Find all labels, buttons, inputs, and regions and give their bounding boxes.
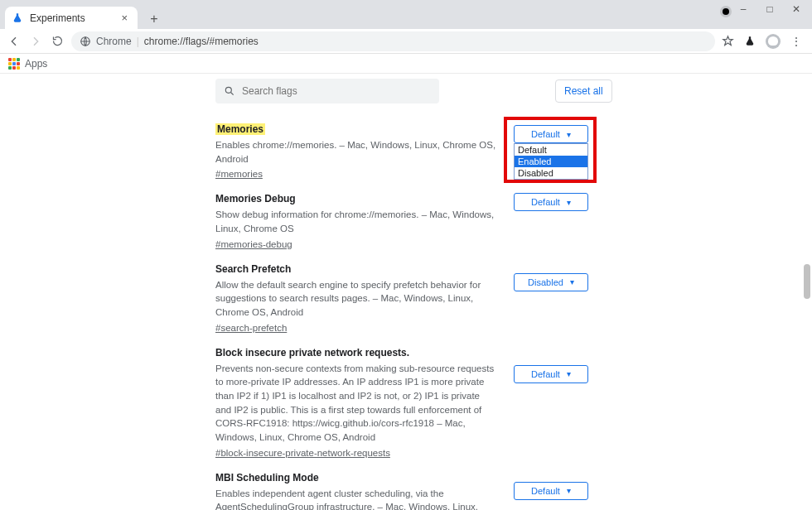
flag-description: Enables independent agent cluster schedu… [215, 487, 497, 510]
flag-memories: Memories Enables chrome://memories. – Ma… [215, 112, 588, 181]
flag-search-prefetch: Search Prefetch Allow the default search… [215, 252, 588, 335]
apps-label[interactable]: Apps [25, 58, 47, 70]
bookmark-star-icon[interactable] [722, 35, 734, 47]
flag-block-insecure: Block insecure private network requests.… [215, 335, 588, 460]
apps-grid-icon[interactable] [8, 58, 20, 70]
url-text: chrome://flags/#memories [144, 36, 259, 47]
chevron-down-icon: ▾ [567, 198, 571, 207]
search-flags-input[interactable] [242, 85, 431, 97]
flag-anchor-link[interactable]: #search-prefetch [215, 323, 287, 333]
close-window-button[interactable]: ✕ [790, 3, 802, 15]
svg-line-2 [231, 93, 234, 95]
url-separator: | [137, 36, 139, 47]
browser-toolbar: Chrome | chrome://flags/#memories ⋮ [0, 29, 812, 54]
chevron-down-icon: ▾ [567, 130, 571, 139]
dropdown-option-disabled[interactable]: Disabled [515, 167, 587, 179]
chevron-down-icon: ▾ [570, 277, 574, 286]
flag-select-block-insecure[interactable]: Default▾ [514, 365, 588, 383]
flag-select-mbi[interactable]: Default▾ [514, 482, 588, 500]
chevron-down-icon: ▾ [567, 369, 571, 378]
dropdown-option-default[interactable]: Default [515, 144, 587, 156]
flag-mbi-mode: MBI Scheduling Mode Enables independent … [215, 460, 588, 510]
flag-anchor-link[interactable]: #memories-debug [215, 239, 292, 249]
flag-select-dropdown: Default Enabled Disabled [514, 143, 588, 180]
flag-select-memories-debug[interactable]: Default▾ [514, 193, 588, 211]
minimize-button[interactable]: – [737, 3, 749, 15]
flag-title: Memories [215, 123, 265, 135]
tab-experiments[interactable]: Experiments × [5, 7, 138, 29]
flag-title: Block insecure private network requests. [215, 347, 588, 358]
svg-point-1 [225, 87, 231, 93]
flag-anchor-link[interactable]: #memories [215, 169, 263, 179]
search-flags-box[interactable] [215, 79, 439, 103]
site-info-icon[interactable] [80, 36, 91, 47]
reload-button[interactable] [50, 34, 65, 49]
flag-memories-debug: Memories Debug Show debug information fo… [215, 181, 588, 251]
profile-avatar[interactable] [766, 34, 781, 49]
forward-button[interactable] [28, 34, 43, 49]
window-controls: – □ ✕ [731, 0, 809, 15]
record-indicator-icon [723, 8, 729, 15]
url-prefix: Chrome [96, 36, 132, 47]
tab-title: Experiments [30, 12, 85, 24]
dropdown-option-enabled[interactable]: Enabled [515, 156, 587, 167]
close-tab-icon[interactable]: × [119, 12, 129, 23]
flask-icon [12, 12, 23, 24]
new-tab-button[interactable]: + [144, 9, 164, 29]
reset-all-button[interactable]: Reset all [555, 79, 612, 103]
back-button[interactable] [7, 34, 22, 49]
flag-select-search-prefetch[interactable]: Disabled▾ [514, 273, 588, 291]
browser-menu-button[interactable]: ⋮ [790, 35, 802, 48]
search-icon [224, 85, 235, 97]
chevron-down-icon: ▾ [567, 486, 571, 495]
maximize-button[interactable]: □ [764, 3, 776, 15]
window-titlebar [0, 0, 812, 7]
flag-description: Prevents non-secure contexts from making… [215, 362, 497, 445]
bookmarks-bar: Apps [0, 54, 812, 74]
flag-description: Enables chrome://memories. – Mac, Window… [215, 138, 497, 166]
flag-anchor-link[interactable]: #block-insecure-private-network-requests [215, 448, 390, 458]
flag-description: Show debug information for chrome://memo… [215, 208, 497, 235]
extensions-flask-icon[interactable] [744, 36, 756, 47]
flag-description: Allow the default search engine to speci… [215, 278, 497, 320]
tab-strip: Experiments × + [0, 7, 812, 29]
flag-select-memories[interactable]: Default ▾ [514, 125, 588, 143]
page-viewport: Reset all Memories Enables chrome://memo… [0, 74, 812, 510]
scrollbar-thumb[interactable] [804, 264, 810, 299]
address-bar[interactable]: Chrome | chrome://flags/#memories [71, 31, 715, 51]
